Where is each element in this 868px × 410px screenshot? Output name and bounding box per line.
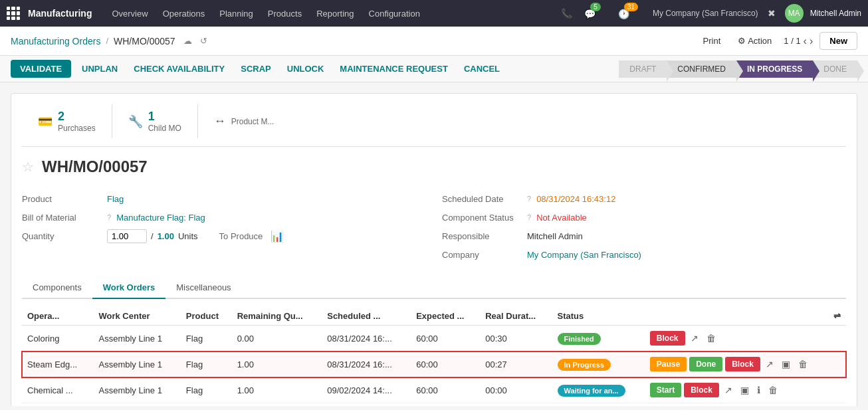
cell-work-center: Assembly Line 1 (93, 326, 180, 352)
company-field-row: Company My Company (San Francisco) (442, 245, 846, 264)
bar-chart-icon[interactable]: 📊 (271, 230, 284, 243)
check-availability-button[interactable]: CHECK AVAILABILITY (128, 60, 230, 78)
phone-icon[interactable]: 📞 (558, 5, 575, 21)
new-button[interactable]: New (819, 32, 857, 50)
record-navigation: 1 / 1 ‹ › (784, 35, 813, 47)
breadcrumb-right-actions: Print ⚙ Action 1 / 1 ‹ › New (698, 32, 857, 50)
purchases-label: Purchases (58, 124, 96, 133)
settings-icon[interactable]: ✖ (765, 5, 778, 21)
cloud-save-icon[interactable]: ☁ (183, 36, 192, 46)
external-link-icon[interactable]: ↗ (722, 383, 735, 397)
child-mo-stat-button[interactable]: 🔧 1 Child MO (112, 104, 198, 138)
product-m-icon: ↔ (214, 114, 226, 128)
unplan-button[interactable]: UNPLAN (76, 60, 123, 78)
delete-icon[interactable]: 🗑 (766, 383, 780, 397)
external-link-icon[interactable]: ↗ (763, 358, 776, 371)
company-label: Company (442, 250, 522, 260)
product-m-stat-button[interactable]: ↔ Product M... (198, 104, 290, 138)
top-navigation: Manufacturing Overview Operations Planni… (0, 0, 868, 27)
user-name: Mitchell Admin (810, 9, 861, 18)
refresh-icon[interactable]: ↺ (200, 36, 207, 46)
component-status-value: Not Available (536, 213, 587, 223)
avatar[interactable]: MA (785, 4, 804, 23)
unlock-button[interactable]: UNLOCK (282, 60, 330, 78)
delete-icon[interactable]: 🗑 (796, 358, 810, 371)
favorite-star-icon[interactable]: ☆ (22, 159, 34, 175)
tablet-icon[interactable]: ▣ (779, 358, 793, 371)
main-menu: Overview Operations Planning Products Re… (105, 6, 426, 21)
table-header-row: Opera... Work Center Product Remaining Q… (22, 307, 846, 326)
table-row: Steam Edg... Assembly Line 1 Flag 1.00 0… (22, 352, 846, 377)
maintenance-request-button[interactable]: MAINTENANCE REQUEST (334, 60, 453, 78)
order-number: WH/MO/00057 (42, 157, 148, 176)
delete-icon[interactable]: 🗑 (704, 332, 718, 345)
menu-planning[interactable]: Planning (213, 6, 260, 21)
cell-remaining-qty: 1.00 (232, 377, 322, 403)
done-button[interactable]: Done (689, 357, 722, 371)
tab-components[interactable]: Components (22, 277, 92, 299)
purchases-icon: 💳 (38, 114, 53, 129)
col-work-center: Work Center (93, 307, 180, 326)
menu-products[interactable]: Products (261, 6, 308, 21)
app-name[interactable]: Manufacturing (28, 8, 92, 19)
validate-button[interactable]: VALIDATE (11, 60, 71, 78)
cell-operation: Steam Edg... (22, 352, 93, 377)
component-status-help-icon[interactable]: ? (527, 213, 531, 221)
cell-product: Flag (181, 352, 232, 377)
block-button[interactable]: Block (725, 357, 760, 371)
breadcrumb-current: WH/MO/00057 (114, 36, 175, 47)
tab-miscellaneous[interactable]: Miscellaneous (165, 277, 241, 299)
purchases-count: 2 (58, 110, 96, 124)
menu-reporting[interactable]: Reporting (310, 6, 360, 21)
menu-operations[interactable]: Operations (156, 6, 212, 21)
action-bar: VALIDATE UNPLAN CHECK AVAILABILITY SCRAP… (0, 56, 868, 82)
breadcrumb-parent[interactable]: Manufacturing Orders (11, 36, 100, 47)
scheduled-date-label: Scheduled Date (442, 194, 522, 204)
scheduled-date-field-row: Scheduled Date ? 08/31/2024 16:43:12 (442, 189, 846, 208)
external-link-icon[interactable]: ↗ (688, 332, 701, 345)
activity-icon[interactable]: 🕐31 (615, 5, 646, 22)
row-actions: StartBlock ↗ ▣ ℹ 🗑 (650, 383, 841, 397)
cell-status: Waiting for an... (552, 377, 645, 403)
info-icon[interactable]: ℹ (754, 383, 763, 397)
menu-configuration[interactable]: Configuration (362, 6, 427, 21)
next-record-button[interactable]: › (810, 35, 813, 47)
form-fields: Product Flag Bill of Material ? Manufact… (22, 189, 846, 264)
product-value[interactable]: Flag (107, 194, 124, 204)
cell-expected: 60:00 (411, 326, 480, 352)
bom-help-icon[interactable]: ? (107, 213, 111, 221)
scheduled-date-value[interactable]: 08/31/2024 16:43:12 (536, 194, 615, 204)
cell-operation: Chemical ... (22, 377, 93, 403)
col-real-duration: Real Durat... (480, 307, 552, 326)
cancel-button[interactable]: CANCEL (459, 60, 505, 78)
quantity-input[interactable] (107, 229, 147, 243)
cell-remaining-qty: 0.00 (232, 326, 322, 352)
col-expected: Expected ... (411, 307, 480, 326)
cell-expected: 60:00 (411, 352, 480, 377)
block-button[interactable]: Block (684, 383, 719, 397)
scrap-button[interactable]: SCRAP (235, 60, 276, 78)
print-button[interactable]: Print (698, 33, 726, 49)
cell-scheduled: 08/31/2024 16:... (322, 326, 411, 352)
app-grid-icon[interactable] (7, 7, 20, 20)
bom-value[interactable]: Manufacture Flag: Flag (116, 213, 205, 223)
start-button[interactable]: Start (650, 383, 681, 397)
quantity-target: 1.00 (158, 231, 174, 241)
prev-record-button[interactable]: ‹ (804, 35, 807, 47)
chat-icon[interactable]: 💬5 (582, 5, 609, 22)
cell-scheduled: 09/02/2024 14:... (322, 377, 411, 403)
row-actions: PauseDoneBlock ↗ ▣ 🗑 (650, 357, 841, 371)
action-button[interactable]: ⚙ Action (732, 33, 777, 49)
pause-button[interactable]: Pause (650, 357, 687, 371)
cell-work-center: Assembly Line 1 (93, 352, 180, 377)
scheduled-date-help-icon[interactable]: ? (527, 195, 531, 203)
tablet-icon[interactable]: ▣ (738, 383, 752, 397)
cell-expected: 60:00 (411, 377, 480, 403)
tab-work-orders[interactable]: Work Orders (92, 277, 166, 299)
menu-overview[interactable]: Overview (105, 6, 154, 21)
responsible-value: Mitchell Admin (527, 231, 583, 241)
purchases-stat-button[interactable]: 💳 2 Purchases (22, 104, 112, 138)
to-produce-label: To Produce (219, 231, 263, 241)
topnav-right: 📞 💬5 🕐31 My Company (San Francisco) ✖ MA… (558, 4, 861, 23)
block-button[interactable]: Block (650, 331, 685, 346)
